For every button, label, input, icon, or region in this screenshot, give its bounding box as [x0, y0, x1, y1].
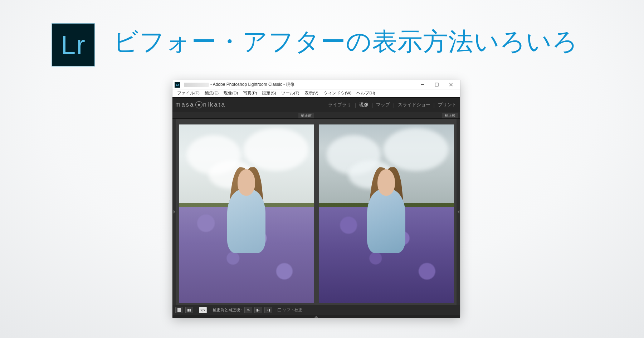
compare-header-before: 補正前	[172, 112, 316, 118]
before-photo-pane[interactable]	[177, 124, 315, 303]
module-picker: ライブラリ|現像|マップ|スライドショー|プリント	[327, 102, 457, 108]
module-separator: |	[393, 102, 394, 108]
lightroom-window: Lr - Adobe Photoshop Lightroom Classic -…	[172, 80, 460, 317]
module-0[interactable]: ライブラリ	[327, 102, 352, 108]
module-separator: |	[355, 102, 356, 108]
left-panel-expander[interactable]	[172, 119, 176, 305]
copy-after-to-before-button[interactable]	[254, 307, 262, 313]
module-separator: |	[434, 102, 435, 108]
menu-v[interactable]: 表示(V)	[302, 89, 321, 97]
window-close-button[interactable]	[444, 80, 458, 89]
module-3[interactable]: スライドショー	[397, 102, 431, 108]
compare-yy-button[interactable]: Y|Y	[199, 307, 207, 313]
titlebar-filename-redacted	[184, 83, 209, 87]
menu-t[interactable]: ツール(T)	[279, 89, 302, 97]
module-1[interactable]: 現像	[358, 102, 369, 108]
lightroom-workspace: masa nikata ライブラリ|現像|マップ|スライドショー|プリント 補正…	[172, 97, 460, 318]
module-4[interactable]: プリント	[437, 102, 457, 108]
svg-rect-3	[190, 309, 191, 312]
compare-panes	[176, 119, 457, 305]
copy-before-to-after-button[interactable]	[264, 307, 272, 313]
compare-header-after: 補正後	[316, 112, 460, 118]
identity-plate-right: nikata	[203, 101, 226, 108]
toolbar-mode-label: 補正前と補正後 :	[213, 308, 242, 313]
identity-plate[interactable]: masa nikata	[175, 101, 226, 108]
menu-h[interactable]: ヘルプ(H)	[354, 89, 377, 97]
loupe-view-button[interactable]	[175, 307, 183, 313]
window-minimize-button[interactable]	[415, 80, 429, 89]
compare-side-by-side-button[interactable]	[185, 307, 193, 313]
lightroom-menubar: ファイル(F)編集(E)現像(D)写真(P)設定(S)ツール(T)表示(V)ウィ…	[172, 89, 460, 97]
menu-d[interactable]: 現像(D)	[221, 89, 240, 97]
menu-p[interactable]: 写真(P)	[240, 89, 259, 97]
module-separator: |	[372, 102, 373, 108]
identity-plate-ring-icon	[195, 101, 203, 108]
svg-rect-0	[435, 83, 438, 86]
menu-f[interactable]: ファイル(F)	[175, 89, 202, 97]
menu-w[interactable]: ウィンドウ(W)	[321, 89, 354, 97]
window-titlebar[interactable]: Lr - Adobe Photoshop Lightroom Classic -…	[172, 80, 460, 89]
compare-header: 補正前 補正後	[172, 112, 460, 119]
after-photo-pane[interactable]	[317, 124, 455, 303]
identity-plate-left: masa	[175, 101, 195, 108]
develop-toolbar: Y|Y 補正前と補正後 : | ソフト校正	[172, 305, 460, 315]
titlebar-title: - Adobe Photoshop Lightroom Classic - 現像	[210, 82, 294, 88]
after-label: 補正後	[442, 113, 458, 118]
titlebar-app-glyph: Lr	[175, 82, 180, 88]
right-panel-expander[interactable]	[457, 119, 460, 305]
module-2[interactable]: マップ	[375, 102, 391, 108]
filmstrip-expander[interactable]	[172, 315, 460, 318]
page-headline: ビフォー・アフターの表示方法いろいろ	[113, 25, 578, 59]
compare-content	[172, 119, 460, 305]
module-bar: masa nikata ライブラリ|現像|マップ|スライドショー|プリント	[172, 97, 460, 112]
menu-e[interactable]: 編集(E)	[202, 89, 221, 97]
lightroom-app-icon-text: Lr	[61, 30, 86, 60]
svg-rect-4	[257, 309, 258, 312]
swap-before-after-button[interactable]	[244, 307, 252, 313]
checkbox-icon	[278, 308, 281, 312]
lightroom-app-icon: Lr	[52, 23, 95, 67]
svg-rect-2	[187, 309, 189, 312]
soft-proof-label: ソフト校正	[283, 308, 302, 313]
soft-proof-checkbox[interactable]: ソフト校正	[278, 308, 302, 313]
svg-rect-5	[269, 309, 270, 312]
before-label: 補正前	[298, 113, 314, 118]
window-maximize-button[interactable]	[429, 80, 444, 89]
menu-s[interactable]: 設定(S)	[259, 89, 278, 97]
after-photo	[319, 124, 454, 303]
svg-rect-1	[177, 308, 181, 312]
before-photo	[179, 124, 314, 303]
